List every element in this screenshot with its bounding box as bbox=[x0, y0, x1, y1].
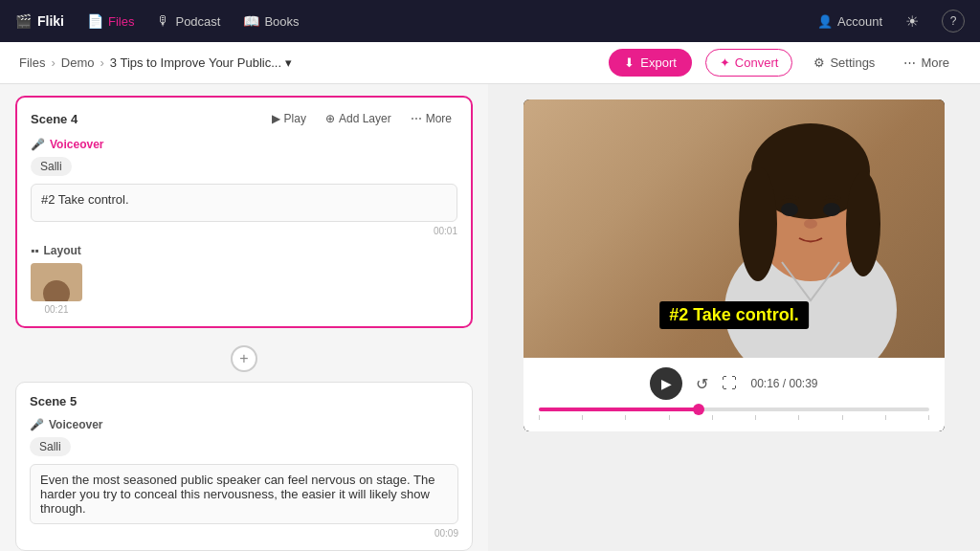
svg-point-5 bbox=[846, 171, 880, 276]
books-icon: 📖 bbox=[243, 13, 259, 29]
app-logo[interactable]: 🎬 Fliki bbox=[15, 13, 64, 29]
nav-item-podcast[interactable]: 🎙 Podcast bbox=[157, 13, 220, 29]
video-subtitle: #2 Take control. bbox=[659, 301, 809, 329]
top-nav: 🎬 Fliki 📄 Files 🎙 Podcast 📖 Books 👤 Acco… bbox=[0, 0, 980, 42]
video-player: #2 Take control. ▶ ↺ ⛶ 00:16 / 00:39 bbox=[523, 99, 945, 431]
scene-4-timestamp: 00:01 bbox=[31, 226, 457, 236]
add-scene-area: + bbox=[15, 340, 473, 378]
svg-point-8 bbox=[804, 219, 817, 229]
scene-4-play-button[interactable]: ▶ Play bbox=[266, 109, 312, 128]
video-controls: ▶ ↺ ⛶ 00:16 / 00:39 bbox=[523, 358, 945, 431]
main-layout: Scene 4 ▶ Play ⊕ Add Layer ⋯ More 🎤 Voic… bbox=[0, 84, 980, 551]
breadcrumb-sep-2: › bbox=[100, 55, 103, 70]
account-icon: 👤 bbox=[817, 14, 833, 29]
voiceover-label-5: 🎤 Voiceover bbox=[30, 418, 458, 431]
layout-section-4: ▪▪ Layout 00:21 bbox=[31, 244, 457, 315]
scene-5-timestamp: 00:09 bbox=[30, 528, 458, 539]
microphone-icon-5: 🎤 bbox=[30, 418, 44, 431]
convert-icon: ✦ bbox=[720, 55, 730, 70]
podcast-icon: 🎙 bbox=[157, 13, 170, 29]
scene-5-header: Scene 5 bbox=[30, 394, 458, 408]
scene-4-more-icon: ⋯ bbox=[411, 112, 422, 125]
add-layer-icon: ⊕ bbox=[325, 112, 335, 125]
scene-card-4: Scene 4 ▶ Play ⊕ Add Layer ⋯ More 🎤 Voic… bbox=[15, 96, 473, 328]
layout-thumbnail-4[interactable]: 00:21 bbox=[31, 263, 82, 315]
nav-item-files[interactable]: 📄 Files bbox=[87, 13, 134, 29]
settings-button[interactable]: ⚙ Settings bbox=[802, 50, 886, 76]
add-scene-button[interactable]: + bbox=[231, 345, 257, 372]
help-button[interactable]: ? bbox=[942, 10, 965, 33]
progress-fill bbox=[539, 408, 699, 411]
fullscreen-button[interactable]: ⛶ bbox=[722, 375, 737, 392]
microphone-icon: 🎤 bbox=[31, 138, 45, 151]
scene-4-title: Scene 4 bbox=[31, 112, 258, 126]
breadcrumb-current[interactable]: 3 Tips to Improve Your Public... ▾ bbox=[110, 55, 292, 70]
scene-4-add-layer-button[interactable]: ⊕ Add Layer bbox=[320, 109, 397, 128]
nav-account[interactable]: 👤 Account bbox=[817, 14, 882, 29]
svg-point-6 bbox=[781, 203, 798, 216]
more-button[interactable]: ⋯ More bbox=[892, 50, 961, 76]
scene-4-more-button[interactable]: ⋯ More bbox=[405, 109, 457, 128]
layout-label-4: ▪▪ Layout bbox=[31, 244, 457, 257]
export-button[interactable]: ⬇ Export bbox=[609, 49, 692, 77]
theme-toggle[interactable]: ☀ bbox=[905, 12, 919, 31]
progress-bar[interactable] bbox=[539, 408, 929, 411]
time-separator: / bbox=[783, 377, 790, 390]
voice-tag-5[interactable]: Salli bbox=[30, 437, 71, 456]
voice-tag-4[interactable]: Salli bbox=[31, 157, 72, 176]
breadcrumb-bar: Files › Demo › 3 Tips to Improve Your Pu… bbox=[0, 42, 980, 84]
play-icon: ▶ bbox=[272, 112, 280, 125]
convert-button[interactable]: ✦ Convert bbox=[705, 49, 793, 77]
nav-item-books[interactable]: 📖 Books bbox=[243, 13, 299, 29]
controls-row: ▶ ↺ ⛶ 00:16 / 00:39 bbox=[539, 367, 929, 400]
scene-5-text[interactable]: Even the most seasoned public speaker ca… bbox=[30, 464, 458, 524]
left-panel: Scene 4 ▶ Play ⊕ Add Layer ⋯ More 🎤 Voic… bbox=[0, 84, 488, 551]
breadcrumb-demo[interactable]: Demo bbox=[61, 55, 95, 70]
voiceover-label-4: 🎤 Voiceover bbox=[31, 138, 457, 151]
progress-thumb[interactable] bbox=[693, 404, 704, 415]
scene-4-text[interactable]: #2 Take control. bbox=[31, 184, 457, 222]
breadcrumb-files[interactable]: Files bbox=[19, 55, 45, 70]
progress-ticks bbox=[539, 415, 929, 420]
layout-icon: ▪▪ bbox=[31, 244, 39, 257]
export-icon: ⬇ bbox=[624, 55, 635, 70]
time-display: 00:16 / 00:39 bbox=[750, 377, 817, 390]
chevron-down-icon: ▾ bbox=[285, 55, 292, 70]
scene-card-5: Scene 5 🎤 Voiceover Salli Even the most … bbox=[15, 382, 473, 551]
scene-4-header: Scene 4 ▶ Play ⊕ Add Layer ⋯ More bbox=[31, 109, 457, 128]
files-icon: 📄 bbox=[87, 13, 103, 29]
logo-icon: 🎬 bbox=[15, 13, 32, 29]
rewind-button[interactable]: ↺ bbox=[696, 375, 708, 393]
breadcrumb-sep-1: › bbox=[51, 55, 55, 70]
settings-icon: ⚙ bbox=[813, 55, 825, 70]
scene-5-title: Scene 5 bbox=[30, 394, 458, 408]
svg-point-7 bbox=[823, 203, 840, 216]
more-icon: ⋯ bbox=[903, 55, 916, 70]
svg-point-4 bbox=[739, 166, 777, 281]
play-pause-button[interactable]: ▶ bbox=[650, 367, 682, 400]
video-frame: #2 Take control. bbox=[523, 99, 945, 358]
right-panel: #2 Take control. ▶ ↺ ⛶ 00:16 / 00:39 bbox=[488, 84, 980, 551]
